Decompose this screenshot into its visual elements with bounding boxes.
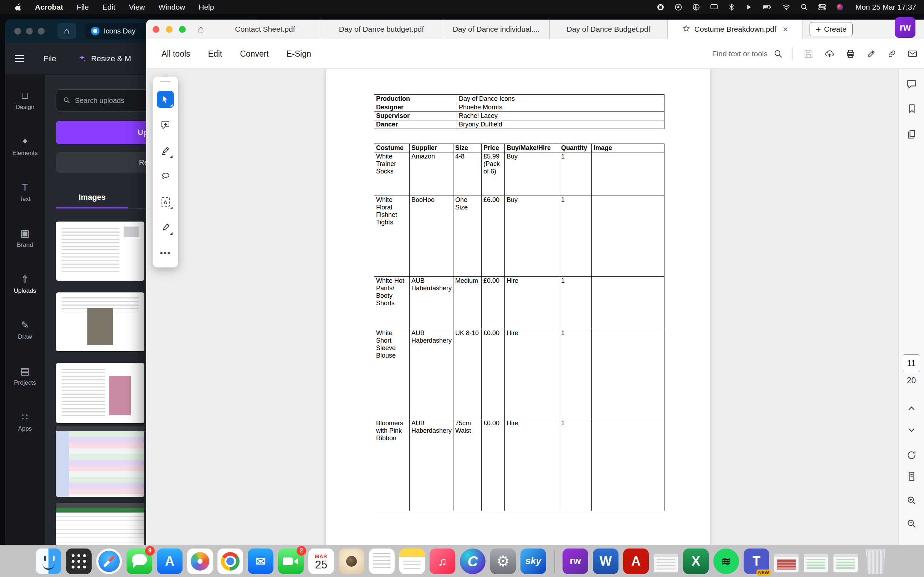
dock-launchpad-icon[interactable]: [66, 548, 92, 574]
menu-edit[interactable]: Edit: [95, 3, 122, 11]
avatar-icon[interactable]: [835, 3, 844, 11]
minimize-window-button[interactable]: [166, 26, 173, 33]
fill-sign-tool[interactable]: [157, 219, 174, 236]
dock-minimized-window-2[interactable]: [774, 553, 799, 573]
palette-drag-handle[interactable]: [160, 81, 170, 82]
hamburger-menu-icon[interactable]: [15, 55, 24, 62]
menu-file[interactable]: File: [70, 3, 95, 11]
dock-facetime-icon[interactable]: 2: [278, 548, 304, 574]
menu-esign[interactable]: E-Sign: [278, 49, 320, 59]
previous-page-icon[interactable]: [906, 403, 917, 414]
sidebar-item-draw[interactable]: ✎ Draw: [5, 307, 45, 353]
sidebar-item-brand[interactable]: ▣ Brand: [5, 216, 45, 261]
dock-canva-icon[interactable]: C: [460, 548, 486, 574]
more-tools-button[interactable]: •••: [157, 245, 174, 262]
dock-music-icon[interactable]: ♫: [430, 548, 455, 574]
zoom-window-button[interactable]: [179, 26, 186, 33]
dock-calendar-icon[interactable]: MAR25: [309, 548, 334, 574]
close-window-button[interactable]: [153, 26, 159, 33]
sidebar-item-text[interactable]: T Text: [5, 169, 45, 216]
canva-close-button[interactable]: [14, 28, 21, 35]
select-text-tool[interactable]: [157, 193, 174, 211]
menu-help[interactable]: Help: [192, 3, 221, 11]
dock-photo-booth-icon[interactable]: [339, 548, 364, 574]
rotate-page-icon[interactable]: [906, 450, 917, 461]
dock-settings-icon[interactable]: ⚙: [490, 548, 516, 574]
sidebar-item-design[interactable]: □ Design: [5, 77, 45, 124]
sidebar-item-projects[interactable]: ▤ Projects: [5, 353, 45, 399]
canva-file-menu[interactable]: File: [44, 54, 56, 63]
request-signature-icon[interactable]: [866, 49, 876, 59]
control-center-icon[interactable]: [818, 3, 826, 11]
screen-mirroring-icon[interactable]: [710, 3, 718, 11]
link-icon[interactable]: [887, 49, 897, 59]
pages-panel-icon[interactable]: [906, 129, 917, 140]
dock-acrobat-icon[interactable]: A: [623, 548, 649, 574]
dock-notes-icon[interactable]: [399, 548, 425, 574]
tab-costume-breakdown-active[interactable]: Costume Breakdown.pdf ×: [668, 19, 803, 39]
dock-mail-icon[interactable]: ✉: [248, 548, 273, 574]
menu-window[interactable]: Window: [152, 3, 192, 11]
dock-minimized-window-1[interactable]: [653, 553, 678, 573]
highlight-tool[interactable]: [157, 142, 174, 159]
menu-app-name[interactable]: Acrobat: [28, 3, 70, 11]
dock-minimized-window-3[interactable]: [803, 553, 829, 573]
tab-images[interactable]: Images: [56, 193, 128, 208]
dock-photos-icon[interactable]: [187, 548, 213, 574]
email-icon[interactable]: [908, 49, 918, 59]
tab-day-of-dance-butdget[interactable]: Day of Dance butdget.pdf: [320, 19, 443, 39]
dock-messages-icon[interactable]: 9: [126, 548, 152, 574]
dock-spotify-icon[interactable]: ≋: [713, 548, 739, 574]
dock-preview-doc-icon[interactable]: [369, 548, 395, 574]
battery-icon[interactable]: [762, 3, 772, 11]
menu-edit-tools[interactable]: Edit: [199, 49, 231, 59]
github-status-icon[interactable]: [656, 3, 665, 11]
bookmarks-panel-icon[interactable]: [906, 103, 917, 114]
search-icon[interactable]: [773, 49, 783, 59]
dock-word-icon[interactable]: W: [593, 548, 619, 574]
wifi-icon[interactable]: [782, 3, 791, 11]
find-text[interactable]: Find text or tools: [712, 50, 767, 58]
dock-excel-icon[interactable]: X: [683, 548, 709, 574]
dock-safari-icon[interactable]: [96, 548, 122, 574]
cloud-upload-icon[interactable]: [824, 49, 835, 59]
app-status-icon[interactable]: [674, 3, 683, 11]
dock-chrome-icon[interactable]: [218, 548, 243, 574]
comments-panel-icon[interactable]: [906, 79, 917, 89]
spotlight-icon[interactable]: [800, 3, 809, 11]
save-icon[interactable]: [803, 49, 814, 59]
sidebar-item-elements[interactable]: ✦ Elements: [5, 124, 45, 169]
bluetooth-icon[interactable]: [728, 3, 735, 11]
dock-app-store-icon[interactable]: A: [157, 548, 183, 574]
menu-clock[interactable]: Mon 25 Mar 17:37: [856, 3, 916, 11]
tab-close-icon[interactable]: ×: [783, 24, 788, 35]
fit-page-icon[interactable]: [906, 471, 917, 482]
upload-thumbnail-1[interactable]: [56, 222, 144, 280]
upload-thumbnail-5[interactable]: [56, 503, 144, 545]
print-icon[interactable]: [846, 49, 856, 59]
globe-icon[interactable]: [692, 3, 701, 11]
tab-contact-sheet[interactable]: Contact Sheet.pdf: [210, 19, 320, 39]
sidebar-item-uploads[interactable]: ⇧ Uploads: [5, 261, 45, 307]
canva-minimize-button[interactable]: [26, 28, 33, 35]
now-playing-icon[interactable]: [745, 3, 753, 11]
add-comment-tool[interactable]: [157, 116, 174, 134]
next-page-icon[interactable]: [906, 425, 917, 435]
tab-day-of-dance-individual[interactable]: Day of Dance individual....: [443, 19, 550, 39]
zoom-out-icon[interactable]: [906, 518, 917, 529]
dock-trash-icon[interactable]: [863, 548, 888, 574]
menu-convert[interactable]: Convert: [231, 49, 278, 59]
dock-sky-icon[interactable]: sky: [520, 548, 546, 574]
dock-finder-icon[interactable]: [36, 548, 61, 574]
sidebar-item-apps[interactable]: ∷ Apps: [5, 399, 45, 445]
canva-zoom-button[interactable]: [38, 28, 45, 35]
lasso-tool[interactable]: [157, 168, 174, 185]
tab-day-of-dance-budget[interactable]: Day of Dance Budget.pdf: [550, 19, 668, 39]
upload-thumbnail-2[interactable]: [56, 292, 144, 351]
create-button[interactable]: + Create: [809, 22, 853, 36]
readwrite-toolbar-badge[interactable]: rw: [895, 17, 916, 38]
dock-teams-icon[interactable]: TNEW: [744, 548, 769, 574]
page-number-input[interactable]: 11: [903, 355, 920, 372]
dock-readwrite-icon[interactable]: rw: [562, 548, 588, 574]
zoom-in-icon[interactable]: [906, 495, 917, 506]
